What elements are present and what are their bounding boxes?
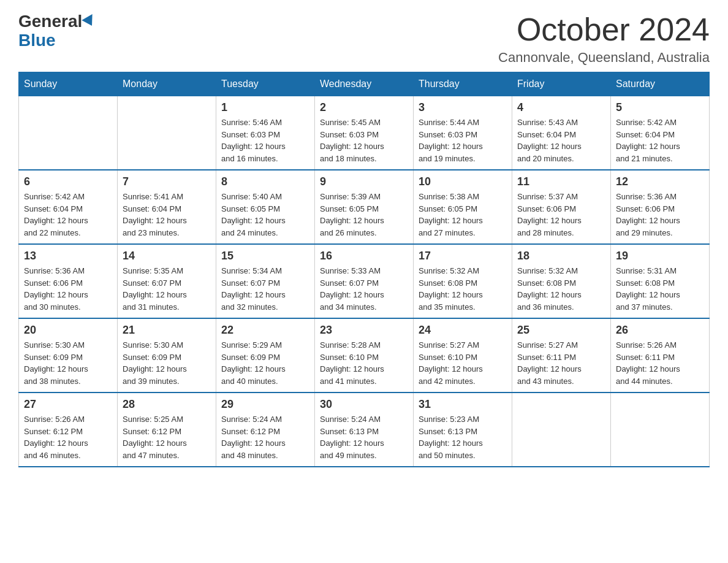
- calendar-body: 1Sunrise: 5:46 AM Sunset: 6:03 PM Daylig…: [19, 96, 710, 467]
- day-number: 5: [616, 101, 704, 114]
- calendar-cell: [611, 393, 710, 467]
- day-info: Sunrise: 5:30 AM Sunset: 6:09 PM Dayligh…: [24, 339, 112, 387]
- week-row-1: 1Sunrise: 5:46 AM Sunset: 6:03 PM Daylig…: [19, 96, 710, 170]
- day-info: Sunrise: 5:34 AM Sunset: 6:07 PM Dayligh…: [221, 265, 309, 313]
- logo-general-text: General: [18, 12, 82, 31]
- calendar-cell: 13Sunrise: 5:36 AM Sunset: 6:06 PM Dayli…: [19, 244, 118, 318]
- location-text: Cannonvale, Queensland, Australia: [498, 50, 710, 66]
- calendar-cell: [19, 96, 118, 170]
- day-info: Sunrise: 5:37 AM Sunset: 6:06 PM Dayligh…: [517, 191, 605, 239]
- day-info: Sunrise: 5:23 AM Sunset: 6:13 PM Dayligh…: [419, 413, 507, 461]
- day-number: 9: [320, 175, 408, 188]
- day-info: Sunrise: 5:44 AM Sunset: 6:03 PM Dayligh…: [419, 117, 507, 164]
- calendar-cell: 8Sunrise: 5:40 AM Sunset: 6:05 PM Daylig…: [216, 170, 315, 244]
- day-info: Sunrise: 5:39 AM Sunset: 6:05 PM Dayligh…: [320, 191, 408, 239]
- day-number: 24: [419, 324, 507, 337]
- header-monday: Monday: [118, 72, 216, 96]
- calendar-cell: [118, 96, 216, 170]
- calendar-cell: 11Sunrise: 5:37 AM Sunset: 6:06 PM Dayli…: [512, 170, 611, 244]
- calendar-cell: 18Sunrise: 5:32 AM Sunset: 6:08 PM Dayli…: [512, 244, 611, 318]
- calendar-cell: 22Sunrise: 5:29 AM Sunset: 6:09 PM Dayli…: [216, 318, 315, 393]
- day-number: 8: [221, 175, 309, 188]
- calendar-cell: 21Sunrise: 5:30 AM Sunset: 6:09 PM Dayli…: [118, 318, 216, 393]
- day-info: Sunrise: 5:28 AM Sunset: 6:10 PM Dayligh…: [320, 339, 408, 387]
- logo-blue-text: Blue: [18, 31, 56, 50]
- calendar-cell: 30Sunrise: 5:24 AM Sunset: 6:13 PM Dayli…: [315, 393, 414, 467]
- calendar-cell: 14Sunrise: 5:35 AM Sunset: 6:07 PM Dayli…: [118, 244, 216, 318]
- day-number: 13: [24, 250, 112, 262]
- title-area: October 2024 Cannonvale, Queensland, Aus…: [498, 12, 710, 66]
- calendar-cell: 16Sunrise: 5:33 AM Sunset: 6:07 PM Dayli…: [315, 244, 414, 318]
- calendar-cell: 12Sunrise: 5:36 AM Sunset: 6:06 PM Dayli…: [611, 170, 710, 244]
- day-info: Sunrise: 5:41 AM Sunset: 6:04 PM Dayligh…: [123, 191, 211, 239]
- day-number: 12: [616, 175, 704, 188]
- month-title: October 2024: [498, 12, 710, 47]
- day-number: 21: [123, 324, 211, 337]
- day-number: 3: [419, 101, 507, 114]
- header-friday: Friday: [512, 72, 611, 96]
- day-info: Sunrise: 5:36 AM Sunset: 6:06 PM Dayligh…: [24, 265, 112, 313]
- calendar-cell: 9Sunrise: 5:39 AM Sunset: 6:05 PM Daylig…: [315, 170, 414, 244]
- header-tuesday: Tuesday: [216, 72, 315, 96]
- header-thursday: Thursday: [414, 72, 512, 96]
- header-row: SundayMondayTuesdayWednesdayThursdayFrid…: [19, 72, 710, 96]
- day-number: 18: [517, 250, 605, 262]
- day-info: Sunrise: 5:38 AM Sunset: 6:05 PM Dayligh…: [419, 191, 507, 239]
- day-info: Sunrise: 5:25 AM Sunset: 6:12 PM Dayligh…: [123, 413, 211, 461]
- calendar-header: SundayMondayTuesdayWednesdayThursdayFrid…: [19, 72, 710, 96]
- day-number: 10: [419, 175, 507, 188]
- page-header: General Blue October 2024 Cannonvale, Qu…: [18, 12, 710, 66]
- day-info: Sunrise: 5:24 AM Sunset: 6:13 PM Dayligh…: [320, 413, 408, 461]
- header-wednesday: Wednesday: [315, 72, 414, 96]
- calendar-cell: 2Sunrise: 5:45 AM Sunset: 6:03 PM Daylig…: [315, 96, 414, 170]
- day-info: Sunrise: 5:26 AM Sunset: 6:12 PM Dayligh…: [24, 413, 112, 461]
- day-info: Sunrise: 5:24 AM Sunset: 6:12 PM Dayligh…: [221, 413, 309, 461]
- day-number: 4: [517, 101, 605, 114]
- week-row-3: 13Sunrise: 5:36 AM Sunset: 6:06 PM Dayli…: [19, 244, 710, 318]
- day-number: 14: [123, 250, 211, 262]
- calendar-cell: 25Sunrise: 5:27 AM Sunset: 6:11 PM Dayli…: [512, 318, 611, 393]
- day-number: 15: [221, 250, 309, 262]
- day-number: 17: [419, 250, 507, 262]
- day-info: Sunrise: 5:31 AM Sunset: 6:08 PM Dayligh…: [616, 265, 704, 313]
- day-info: Sunrise: 5:27 AM Sunset: 6:11 PM Dayligh…: [517, 339, 605, 387]
- day-info: Sunrise: 5:35 AM Sunset: 6:07 PM Dayligh…: [123, 265, 211, 313]
- day-number: 28: [123, 398, 211, 411]
- day-info: Sunrise: 5:45 AM Sunset: 6:03 PM Dayligh…: [320, 117, 408, 164]
- day-number: 1: [221, 101, 309, 114]
- calendar-cell: [512, 393, 611, 467]
- day-number: 7: [123, 175, 211, 188]
- day-info: Sunrise: 5:42 AM Sunset: 6:04 PM Dayligh…: [24, 191, 112, 239]
- calendar-cell: 6Sunrise: 5:42 AM Sunset: 6:04 PM Daylig…: [19, 170, 118, 244]
- header-saturday: Saturday: [611, 72, 710, 96]
- day-info: Sunrise: 5:27 AM Sunset: 6:10 PM Dayligh…: [419, 339, 507, 387]
- day-number: 22: [221, 324, 309, 337]
- calendar-cell: 23Sunrise: 5:28 AM Sunset: 6:10 PM Dayli…: [315, 318, 414, 393]
- day-number: 27: [24, 398, 112, 411]
- day-info: Sunrise: 5:29 AM Sunset: 6:09 PM Dayligh…: [221, 339, 309, 387]
- calendar-cell: 19Sunrise: 5:31 AM Sunset: 6:08 PM Dayli…: [611, 244, 710, 318]
- day-number: 2: [320, 101, 408, 114]
- day-info: Sunrise: 5:46 AM Sunset: 6:03 PM Dayligh…: [221, 117, 309, 164]
- day-info: Sunrise: 5:40 AM Sunset: 6:05 PM Dayligh…: [221, 191, 309, 239]
- day-info: Sunrise: 5:36 AM Sunset: 6:06 PM Dayligh…: [616, 191, 704, 239]
- day-info: Sunrise: 5:30 AM Sunset: 6:09 PM Dayligh…: [123, 339, 211, 387]
- day-info: Sunrise: 5:32 AM Sunset: 6:08 PM Dayligh…: [419, 265, 507, 313]
- calendar-cell: 26Sunrise: 5:26 AM Sunset: 6:11 PM Dayli…: [611, 318, 710, 393]
- week-row-4: 20Sunrise: 5:30 AM Sunset: 6:09 PM Dayli…: [19, 318, 710, 393]
- day-number: 25: [517, 324, 605, 337]
- header-sunday: Sunday: [19, 72, 118, 96]
- day-number: 23: [320, 324, 408, 337]
- day-number: 31: [419, 398, 507, 411]
- calendar-cell: 3Sunrise: 5:44 AM Sunset: 6:03 PM Daylig…: [414, 96, 512, 170]
- calendar-cell: 10Sunrise: 5:38 AM Sunset: 6:05 PM Dayli…: [414, 170, 512, 244]
- calendar-cell: 7Sunrise: 5:41 AM Sunset: 6:04 PM Daylig…: [118, 170, 216, 244]
- calendar-cell: 28Sunrise: 5:25 AM Sunset: 6:12 PM Dayli…: [118, 393, 216, 467]
- logo-triangle-icon: [82, 14, 97, 29]
- calendar-cell: 29Sunrise: 5:24 AM Sunset: 6:12 PM Dayli…: [216, 393, 315, 467]
- day-number: 29: [221, 398, 309, 411]
- day-number: 16: [320, 250, 408, 262]
- logo: General Blue: [18, 12, 96, 50]
- day-number: 11: [517, 175, 605, 188]
- week-row-5: 27Sunrise: 5:26 AM Sunset: 6:12 PM Dayli…: [19, 393, 710, 467]
